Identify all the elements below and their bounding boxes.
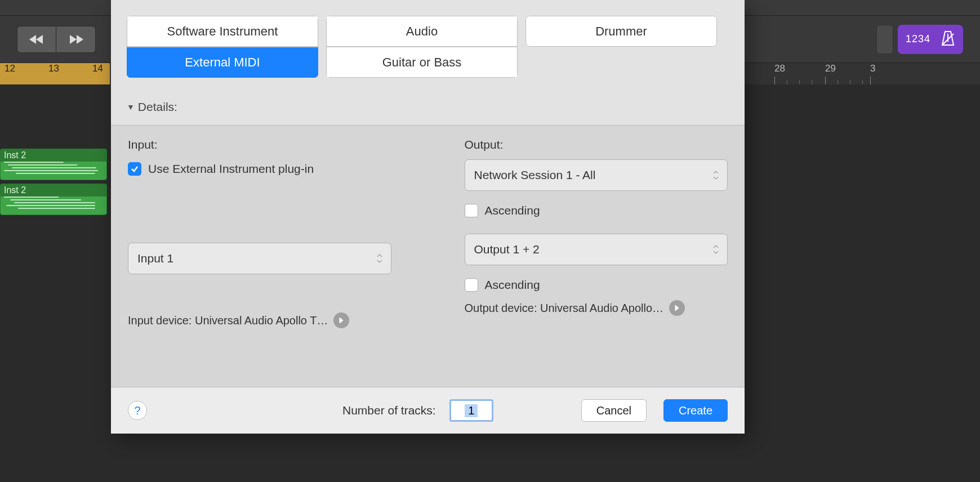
input-channel-value: Input 1 — [137, 252, 173, 265]
dialog-header: Software Instrument External MIDI Audio … — [111, 0, 745, 125]
track-type-software-instrument[interactable]: Software Instrument — [127, 16, 318, 47]
ruler-cycle-region[interactable]: 12 13 14 — [0, 63, 110, 84]
number-of-tracks-value: 1 — [465, 404, 478, 417]
track-type-audio[interactable]: Audio — [326, 16, 518, 47]
input-device-label: Input device: Universal Audio Apollo T… — [128, 314, 328, 327]
region-title: Inst 2 — [1, 184, 106, 197]
track-type-drummer[interactable]: Drummer — [525, 16, 717, 47]
number-of-tracks-label: Number of tracks: — [342, 404, 436, 417]
output-session-select[interactable]: Network Session 1 - All — [465, 159, 728, 191]
toolbar-right-cluster: 1234 — [876, 25, 963, 54]
use-external-instrument-row[interactable]: Use External Instrument plug-in — [128, 159, 391, 178]
input-channel-select[interactable]: Input 1 — [128, 243, 391, 274]
ruler-number: 14 — [90, 63, 103, 74]
disclosure-triangle-icon: ▼ — [127, 102, 135, 111]
region-title: Inst 2 — [1, 149, 106, 162]
create-button[interactable]: Create — [663, 399, 728, 422]
output-channel-value: Output 1 + 2 — [474, 243, 540, 256]
output-session-value: Network Session 1 - All — [474, 168, 596, 182]
input-column: Input: Use External Instrument plug-in I… — [128, 138, 391, 328]
number-of-tracks-input[interactable]: 1 — [449, 399, 493, 422]
track-type-selector: Software Instrument External MIDI Audio … — [127, 16, 729, 78]
output-ascending-2-label: Ascending — [485, 278, 540, 292]
track-type-guitar-bass[interactable]: Guitar or Bass — [326, 47, 518, 78]
output-ascending-1-label: Ascending — [485, 204, 540, 217]
dialog-details: Input: Use External Instrument plug-in I… — [111, 125, 745, 387]
transport-controls — [17, 26, 96, 53]
stepper-icon — [376, 253, 383, 264]
stepper-icon — [712, 170, 719, 180]
input-label: Input: — [128, 138, 391, 151]
rewind-button[interactable] — [17, 26, 56, 53]
output-ascending-2-checkbox[interactable] — [465, 278, 478, 292]
chevron-right-icon — [333, 313, 349, 328]
fast-forward-button[interactable] — [56, 26, 96, 53]
output-ascending-2-row[interactable]: Ascending — [465, 275, 728, 294]
track-type-external-midi[interactable]: External MIDI — [127, 47, 318, 78]
ruler-number: 13 — [46, 63, 59, 74]
toolbar-chip[interactable] — [876, 25, 893, 54]
output-device-row[interactable]: Output device: Universal Audio Apollo… — [465, 300, 728, 316]
count-in-display: 1234 — [906, 33, 930, 45]
metronome-icon — [941, 30, 955, 48]
details-label: Details: — [138, 100, 177, 114]
ruler-number: 29 — [825, 63, 836, 74]
track-regions: Inst 2 Inst 2 — [0, 148, 110, 215]
output-ascending-1-checkbox[interactable] — [465, 204, 478, 217]
dialog-footer: ? Number of tracks: 1 Cancel Create — [111, 387, 745, 434]
chevron-right-icon — [669, 300, 685, 316]
ruler-number: 28 — [774, 63, 785, 74]
help-button[interactable]: ? — [128, 401, 147, 420]
output-label: Output: — [465, 138, 728, 151]
ruler-number: 12 — [2, 63, 15, 74]
cancel-button[interactable]: Cancel — [581, 399, 647, 422]
stepper-icon — [712, 244, 719, 255]
ruler-number: 3 — [870, 63, 875, 74]
use-external-instrument-checkbox[interactable] — [128, 162, 141, 176]
use-external-instrument-label: Use External Instrument plug-in — [148, 162, 314, 176]
details-disclosure[interactable]: ▼ Details: — [127, 100, 729, 114]
metronome-pill[interactable]: 1234 — [898, 25, 963, 54]
new-track-dialog: Software Instrument External MIDI Audio … — [111, 0, 745, 434]
output-column: Output: Network Session 1 - All Ascendin… — [465, 138, 728, 328]
output-ascending-1-row[interactable]: Ascending — [465, 201, 728, 220]
output-channel-select[interactable]: Output 1 + 2 — [465, 234, 728, 265]
midi-notes-preview — [4, 162, 103, 177]
output-device-label: Output device: Universal Audio Apollo… — [465, 302, 664, 315]
input-device-row[interactable]: Input device: Universal Audio Apollo T… — [128, 313, 391, 328]
midi-region[interactable]: Inst 2 — [0, 184, 107, 215]
midi-region[interactable]: Inst 2 — [0, 149, 107, 180]
midi-notes-preview — [4, 197, 103, 212]
